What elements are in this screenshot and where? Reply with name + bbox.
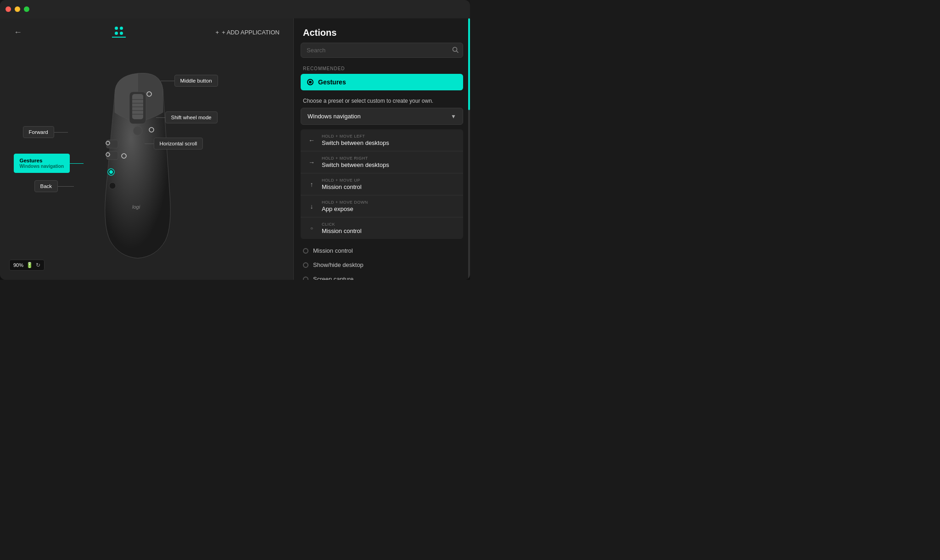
other-action-label-mission: Mission control <box>313 247 353 254</box>
click-icon: ○ <box>307 226 316 231</box>
sync-icon: ↻ <box>36 262 40 268</box>
shift-wheel-callout[interactable]: Shift wheel mode <box>156 111 218 123</box>
back-callout[interactable]: Back <box>34 180 74 192</box>
back-label[interactable]: Back <box>34 180 58 192</box>
search-bar <box>301 43 463 58</box>
apps-icon[interactable] <box>112 27 126 38</box>
gesture-action-left: Switch between desktops <box>322 139 457 146</box>
gesture-item-up[interactable]: ↑ HOLD + MOVE UP Mission control <box>301 173 463 195</box>
mouse-container: logi <box>0 46 293 280</box>
gesture-cmd-right: HOLD + MOVE RIGHT <box>322 156 457 161</box>
connector-line-shift <box>156 117 165 118</box>
battery-bar: 90% 🔋 ↻ <box>9 260 45 271</box>
plus-icon: + <box>216 29 219 36</box>
gestures-radio <box>307 79 313 85</box>
gestures-callout[interactable]: Gestures Windows navigation <box>14 154 84 173</box>
dot3 <box>115 32 118 35</box>
svg-text:logi: logi <box>132 204 140 210</box>
gestures-action-item[interactable]: Gestures <box>301 74 463 90</box>
preset-dropdown-label: Windows navigation <box>308 113 361 120</box>
battery-percent: 90% <box>13 262 23 268</box>
gestures-label[interactable]: Gestures Windows navigation <box>14 154 70 173</box>
minimize-button[interactable] <box>15 6 20 12</box>
other-radio-show-hide <box>303 262 308 268</box>
scrollbar-track <box>468 18 470 280</box>
middle-button-label[interactable]: Middle button <box>174 75 218 87</box>
gestures-item-label: Gestures <box>318 78 346 86</box>
svg-point-12 <box>109 183 116 189</box>
forward-label[interactable]: Forward <box>23 126 54 138</box>
mouse-visual-area: logi <box>9 57 285 268</box>
connector-line-gestures <box>70 163 84 164</box>
dot1 <box>115 27 118 30</box>
dot4 <box>120 32 123 35</box>
shift-wheel-label[interactable]: Shift wheel mode <box>165 111 218 123</box>
gesture-item-left[interactable]: ← HOLD + MOVE LEFT Switch between deskto… <box>301 129 463 151</box>
search-input[interactable] <box>301 43 463 58</box>
gesture-list: ← HOLD + MOVE LEFT Switch between deskto… <box>301 129 463 239</box>
preset-description: Choose a preset or select custom to crea… <box>294 95 470 108</box>
connector-line-hscroll <box>145 144 154 144</box>
search-icon[interactable] <box>452 46 459 54</box>
gesture-cmd-left: HOLD + MOVE LEFT <box>322 134 457 139</box>
gesture-info-right: HOLD + MOVE RIGHT Switch between desktop… <box>322 156 457 168</box>
gesture-item-right[interactable]: → HOLD + MOVE RIGHT Switch between deskt… <box>301 151 463 173</box>
chevron-down-icon: ▼ <box>451 113 456 120</box>
add-app-label: + ADD APPLICATION <box>222 29 280 36</box>
connector-line-middle <box>161 81 174 81</box>
scrollbar-thumb[interactable] <box>468 18 470 110</box>
svg-line-21 <box>457 51 459 53</box>
gesture-cmd-click: CLICK <box>322 222 457 227</box>
other-action-label-screen-capture: Screen capture <box>313 276 353 280</box>
back-button[interactable]: ← <box>14 28 22 37</box>
gesture-cmd-down: HOLD + MOVE DOWN <box>322 200 457 205</box>
arrow-right-icon: → <box>307 159 316 166</box>
apps-dots <box>115 27 123 35</box>
other-action-screen-capture[interactable]: Screen capture <box>303 272 461 280</box>
other-action-label-show-hide: Show/hide desktop <box>313 261 364 268</box>
gesture-action-right: Switch between desktops <box>322 161 457 168</box>
gestures-radio-inner <box>309 81 312 83</box>
gesture-action-click: Mission control <box>322 227 457 234</box>
other-action-mission-control[interactable]: Mission control <box>303 244 461 258</box>
mouse-svg: logi <box>78 67 197 259</box>
connector-line-back <box>58 186 74 187</box>
gesture-info-up: HOLD + MOVE UP Mission control <box>322 178 457 190</box>
apps-underline <box>112 37 126 38</box>
other-action-show-hide[interactable]: Show/hide desktop <box>303 258 461 272</box>
dot2 <box>120 27 123 30</box>
actions-title: Actions <box>294 18 470 43</box>
middle-button-callout[interactable]: Middle button <box>161 75 218 87</box>
gesture-item-down[interactable]: ↓ HOLD + MOVE DOWN App expose <box>301 195 463 217</box>
svg-point-11 <box>109 170 113 174</box>
left-panel: ← + + ADD APPLICATION <box>0 18 293 280</box>
gesture-info-click: CLICK Mission control <box>322 222 457 234</box>
battery-icon: 🔋 <box>26 262 33 268</box>
arrow-up-icon: ↑ <box>307 181 316 188</box>
gesture-cmd-up: HOLD + MOVE UP <box>322 178 457 183</box>
other-radio-screen-capture <box>303 277 308 280</box>
arrow-down-icon: ↓ <box>307 203 316 210</box>
gesture-info-down: HOLD + MOVE DOWN App expose <box>322 200 457 212</box>
gesture-action-down: App expose <box>322 205 457 212</box>
recommended-label: RECOMMENDED <box>294 62 470 74</box>
other-actions: Mission control Show/hide desktop Screen… <box>294 239 470 280</box>
app-window: ← + + ADD APPLICATION <box>0 0 470 280</box>
horizontal-scroll-callout[interactable]: Horizontal scroll <box>145 138 203 150</box>
preset-dropdown[interactable]: Windows navigation ▼ <box>301 108 463 125</box>
svg-point-7 <box>133 126 142 135</box>
titlebar <box>0 0 470 18</box>
arrow-left-icon: ← <box>307 137 316 144</box>
apps-icon-area <box>31 27 207 38</box>
forward-callout[interactable]: Forward <box>23 126 68 138</box>
main-area: ← + + ADD APPLICATION <box>0 18 470 280</box>
gesture-item-click[interactable]: ○ CLICK Mission control <box>301 217 463 239</box>
right-panel: Actions RECOMMENDED <box>293 18 470 280</box>
add-application-button[interactable]: + + ADD APPLICATION <box>216 29 280 36</box>
right-panel-scroll[interactable]: RECOMMENDED Gestures Choose a preset or … <box>294 62 470 280</box>
connector-line-forward <box>54 132 68 133</box>
horizontal-scroll-label[interactable]: Horizontal scroll <box>154 138 203 150</box>
gesture-info-left: HOLD + MOVE LEFT Switch between desktops <box>322 134 457 146</box>
fullscreen-button[interactable] <box>24 6 29 12</box>
close-button[interactable] <box>6 6 11 12</box>
